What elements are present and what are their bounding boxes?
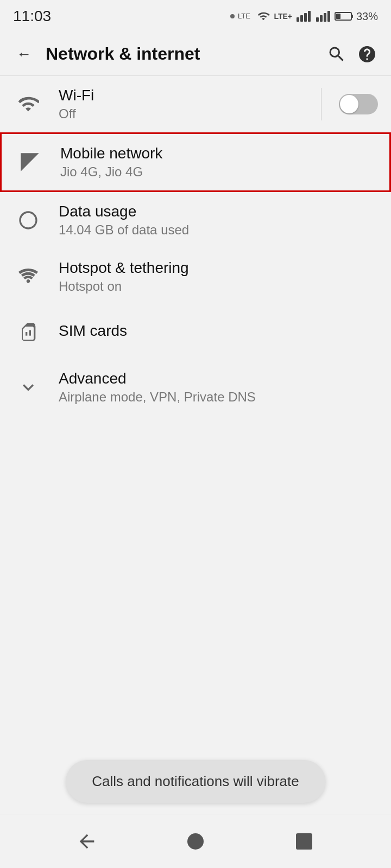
mobile-network-title: Mobile network [60,145,376,162]
sim-icon [13,317,43,347]
wifi-toggle-thumb [340,95,358,113]
page-title: Network & internet [46,44,315,64]
svg-rect-3 [336,14,340,19]
sim-cards-text: SIM cards [59,322,378,342]
help-button[interactable] [354,41,380,67]
hotspot-title: Hotspot & tethering [59,259,378,277]
advanced-subtitle: Airplane mode, VPN, Private DNS [59,390,378,405]
wifi-toggle[interactable] [339,94,378,114]
app-header: ← Network & internet [0,33,391,76]
svg-rect-7 [296,833,312,850]
status-time: 11:03 [13,8,51,25]
data-usage-setting[interactable]: Data usage 14.04 GB of data used [0,192,391,248]
svg-rect-5 [29,330,31,336]
data-usage-icon [13,205,43,235]
chevron-down-icon [13,372,43,403]
wifi-title: Wi-Fi [59,87,312,104]
settings-list: Wi-Fi Off Mobile network Jio 4G, Jio 4G [0,76,391,416]
help-icon [357,44,377,64]
lte-plus-icon: LTE+ [274,12,292,21]
toast-text: Calls and notifications will vibrate [92,773,299,789]
toast-notification: Calls and notifications will vibrate [66,760,325,803]
battery-icon: 33% [335,10,378,23]
svg-point-6 [187,833,204,850]
sim-cards-setting[interactable]: SIM cards [0,305,391,359]
search-icon [327,44,346,64]
home-nav-icon [185,831,206,852]
mobile-network-subtitle: Jio 4G, Jio 4G [60,164,376,180]
svg-rect-4 [26,332,27,336]
dot-icon [230,14,235,18]
header-actions [324,41,380,67]
signal-bars-icon [297,11,311,22]
advanced-setting[interactable]: Advanced Airplane mode, VPN, Private DNS [0,359,391,416]
signal-bars-2-icon [316,11,330,22]
back-button[interactable]: ← [11,41,37,67]
sim-cards-title: SIM cards [59,322,378,340]
bottom-navigation [0,814,391,868]
data-usage-text: Data usage 14.04 GB of data used [59,203,378,238]
battery-text: 33% [356,10,378,23]
hotspot-setting[interactable]: Hotspot & tethering Hotspot on [0,248,391,305]
home-nav-button[interactable] [179,825,212,858]
status-bar: 11:03 LTE LTE+ [0,0,391,33]
advanced-text: Advanced Airplane mode, VPN, Private DNS [59,370,378,405]
svg-rect-2 [351,15,353,18]
back-nav-icon [76,831,98,852]
wifi-toggle-area [312,88,378,120]
wifi-setting[interactable]: Wi-Fi Off [0,76,391,132]
hotspot-subtitle: Hotspot on [59,279,378,294]
advanced-title: Advanced [59,370,378,387]
svg-text:LTE: LTE [238,12,250,20]
status-icons: LTE LTE+ 33% [230,9,378,24]
wifi-status-icon [256,10,270,22]
wifi-subtitle: Off [59,106,312,122]
wifi-text: Wi-Fi Off [59,87,312,122]
mobile-network-text: Mobile network Jio 4G, Jio 4G [60,145,376,180]
hotspot-text: Hotspot & tethering Hotspot on [59,259,378,294]
wifi-divider [321,88,321,120]
signal-icon [15,147,45,177]
mobile-network-setting[interactable]: Mobile network Jio 4G, Jio 4G [0,132,391,192]
data-usage-title: Data usage [59,203,378,220]
back-nav-button[interactable] [71,825,103,858]
back-arrow-icon: ← [16,46,31,63]
lte-call-icon: LTE [238,9,253,24]
recents-nav-button[interactable] [288,825,320,858]
hotspot-icon [13,261,43,292]
wifi-icon [13,89,43,119]
recents-nav-icon [293,831,315,852]
search-button[interactable] [324,41,350,67]
data-usage-subtitle: 14.04 GB of data used [59,222,378,238]
